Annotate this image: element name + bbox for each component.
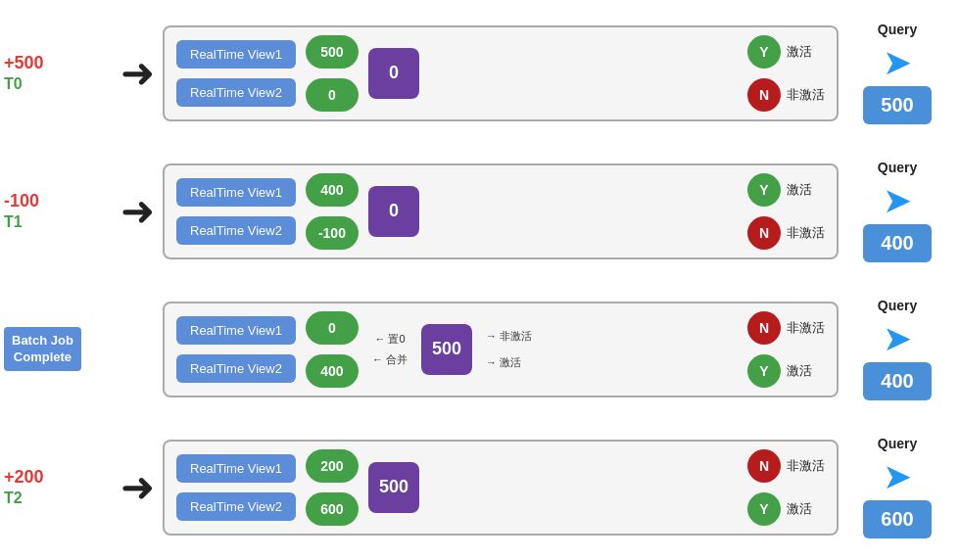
views-t1: RealTime View1 RealTime View2 xyxy=(176,178,296,245)
purple-val-t0: 0 xyxy=(368,48,419,99)
merge-label: 合并 xyxy=(386,352,408,367)
views-t0: RealTime View1 RealTime View2 xyxy=(176,40,296,107)
result-t0: 500 xyxy=(863,86,931,124)
center-batch: 500 xyxy=(421,324,472,375)
query-label-t0: Query xyxy=(878,22,917,37)
bubble-v2-t0: 0 xyxy=(306,78,359,112)
circle-y-t1: Y xyxy=(747,173,781,207)
circle-y-t0: Y xyxy=(747,35,781,69)
arrow-left-merge: ← xyxy=(372,353,383,365)
blue-arrow-t0: ➤ xyxy=(883,45,912,80)
right-t0: Query ➤ 500 xyxy=(839,22,956,124)
act-bottom-label: 激活 xyxy=(500,355,521,370)
merge-section: ← 置0 ← 合并 xyxy=(372,332,408,367)
event-t2: +200 xyxy=(4,467,44,488)
view1-btn-batch: RealTime View1 xyxy=(176,316,296,345)
bubble-v1-t2: 200 xyxy=(306,449,359,483)
black-arrow-t2: ➜ xyxy=(120,467,155,508)
status-row-y-batch: Y 激活 xyxy=(747,354,825,388)
bubble-v2-t2: 600 xyxy=(306,492,359,526)
arrow-right-deact: → xyxy=(486,330,497,342)
center-t2: 500 xyxy=(368,462,419,513)
arrow-right-act: → xyxy=(486,356,497,368)
bubble-v2-t1: -100 xyxy=(306,216,359,250)
left-label-t2: +200 T2 xyxy=(4,467,112,507)
status-label-n-t0: 非激活 xyxy=(787,86,825,104)
right-batch: Query ➤ 400 xyxy=(839,298,956,400)
view1-btn-t0: RealTime View1 xyxy=(176,40,296,69)
left-label-batch: Batch JobComplete xyxy=(4,327,112,372)
purple-val-t1: 0 xyxy=(368,186,419,237)
status-t1: Y 激活 N 非激活 xyxy=(747,173,825,250)
status-label-n-t1: 非激活 xyxy=(787,224,825,242)
right-t2: Query ➤ 600 xyxy=(839,436,956,538)
views-t2: RealTime View1 RealTime View2 xyxy=(176,454,296,521)
purple-val-t2: 500 xyxy=(368,462,419,513)
bubble-v1-t1: 400 xyxy=(306,173,359,207)
deact-section: → 非激活 → 激活 xyxy=(486,329,532,370)
panel-batch: RealTime View1 RealTime View2 0 400 ← 置0… xyxy=(163,302,839,397)
status-label-y-batch: 激活 xyxy=(787,362,812,380)
blue-arrow-t2: ➤ xyxy=(883,459,912,494)
circle-n-t0: N xyxy=(747,78,781,112)
left-label-t0: +500 T0 xyxy=(4,53,112,93)
bubbles-t0: 500 0 xyxy=(306,35,359,112)
merge-arrow-row: ← 合并 xyxy=(372,352,408,367)
bubble-v1-t0: 500 xyxy=(306,35,359,69)
reset-label: 置0 xyxy=(388,332,405,347)
time-t1: T1 xyxy=(4,213,23,231)
deact-top-label: 非激活 xyxy=(500,329,532,344)
time-t2: T2 xyxy=(4,490,23,507)
event-t1: -100 xyxy=(4,191,39,211)
status-label-y-t2: 激活 xyxy=(787,500,812,518)
status-label-y-t1: 激活 xyxy=(787,181,812,199)
status-row-y-t2: Y 激活 xyxy=(747,492,825,526)
black-arrow-t1: ➜ xyxy=(120,191,155,232)
view1-btn-t2: RealTime View1 xyxy=(176,454,296,483)
view2-btn-t0: RealTime View2 xyxy=(176,78,296,107)
center-t0: 0 xyxy=(368,48,419,99)
time-t0: T0 xyxy=(4,75,23,93)
reset-arrow-row: ← 置0 xyxy=(374,332,405,347)
query-label-t2: Query xyxy=(878,436,917,451)
purple-val-batch: 500 xyxy=(421,324,472,375)
status-row-n-batch: N 非激活 xyxy=(747,311,825,345)
right-t1: Query ➤ 400 xyxy=(839,160,956,262)
row-t1: -100 T1 ➜ RealTime View1 RealTime View2 … xyxy=(0,144,960,278)
status-t0: Y 激活 N 非激活 xyxy=(747,35,825,112)
result-t2: 600 xyxy=(863,500,931,538)
status-label-y-t0: 激活 xyxy=(787,43,812,61)
circle-y-batch: Y xyxy=(747,354,781,388)
result-batch: 400 xyxy=(863,362,931,400)
status-label-n-t2: 非激活 xyxy=(787,457,825,475)
bubbles-batch: 0 400 xyxy=(306,311,359,388)
row-t0: +500 T0 ➜ RealTime View1 RealTime View2 … xyxy=(0,6,960,140)
row-t2: +200 T2 ➜ RealTime View1 RealTime View2 … xyxy=(0,420,960,554)
status-row-y-t1: Y 激活 xyxy=(747,173,825,207)
row-batch: Batch JobComplete RealTime View1 RealTim… xyxy=(0,282,960,416)
circle-n-t2: N xyxy=(747,449,781,483)
bubble-v2-batch: 400 xyxy=(306,354,359,388)
view2-btn-t1: RealTime View2 xyxy=(176,216,296,245)
bubbles-t1: 400 -100 xyxy=(306,173,359,250)
result-t1: 400 xyxy=(863,224,931,262)
deact-top-row: → 非激活 xyxy=(486,329,532,344)
blue-arrow-t1: ➤ xyxy=(883,183,912,218)
blue-arrow-batch: ➤ xyxy=(883,321,912,356)
circle-y-t2: Y xyxy=(747,492,781,526)
batch-label: Batch JobComplete xyxy=(4,327,81,372)
query-label-t1: Query xyxy=(878,160,917,175)
arrow-t0: ➜ xyxy=(112,53,163,94)
arrow-t2: ➜ xyxy=(112,467,163,508)
panel-t2: RealTime View1 RealTime View2 200 600 50… xyxy=(163,440,839,536)
view1-btn-t1: RealTime View1 xyxy=(176,178,296,207)
status-row-n-t2: N 非激活 xyxy=(747,449,825,483)
views-batch: RealTime View1 RealTime View2 xyxy=(176,316,296,383)
status-row-n-t1: N 非激活 xyxy=(747,216,825,250)
view2-btn-t2: RealTime View2 xyxy=(176,492,296,521)
black-arrow-t0: ➜ xyxy=(120,53,155,94)
diagram: +500 T0 ➜ RealTime View1 RealTime View2 … xyxy=(0,0,960,560)
arrow-t1: ➜ xyxy=(112,191,163,232)
bubbles-t2: 200 600 xyxy=(306,449,359,526)
center-t1: 0 xyxy=(368,186,419,237)
